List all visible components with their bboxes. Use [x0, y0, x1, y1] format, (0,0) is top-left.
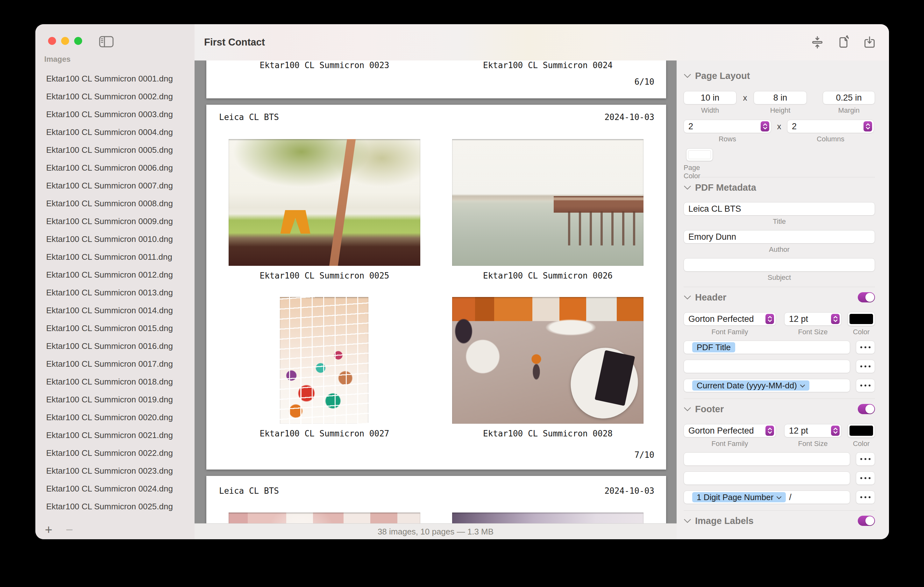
dimension-separator: x — [736, 93, 754, 103]
list-item[interactable]: Ektar100 CL Summicron 0023.dng — [35, 462, 195, 480]
section-title-pdf-metadata: PDF Metadata — [695, 182, 756, 193]
page-margin-field[interactable]: 0.25 in — [823, 91, 875, 104]
header-left-options-button[interactable] — [856, 341, 875, 354]
pdf-subject-field[interactable] — [684, 258, 875, 272]
footer-toggle[interactable] — [858, 404, 875, 414]
chevron-down-icon[interactable] — [684, 404, 691, 412]
header-right-options-button[interactable] — [856, 379, 875, 392]
sidebar-toggle-icon[interactable] — [99, 36, 114, 48]
zoom-window-button[interactable] — [74, 37, 82, 45]
image-labels-toggle[interactable] — [858, 516, 875, 526]
list-item[interactable]: Ektar100 CL Summicron 0006.dng — [35, 159, 195, 176]
stepper-icon[interactable] — [831, 425, 840, 436]
list-item[interactable]: Ektar100 CL Summicron 0001.dng — [35, 70, 195, 87]
stepper-icon[interactable] — [766, 425, 774, 436]
chevron-down-icon[interactable] — [684, 516, 691, 523]
remove-image-button[interactable]: − — [66, 523, 73, 536]
list-item[interactable]: Ektar100 CL Summicron 0020.dng — [35, 409, 195, 426]
list-item[interactable]: Ektar100 CL Summicron 0014.dng — [35, 302, 195, 319]
chevron-down-icon[interactable] — [684, 293, 691, 300]
header-toggle[interactable] — [858, 292, 875, 302]
list-item[interactable]: Ektar100 CL Summicron 0019.dng — [35, 391, 195, 409]
footer-color-well[interactable] — [848, 424, 875, 438]
chevron-down-icon[interactable] — [684, 71, 691, 78]
minimize-window-button[interactable] — [61, 37, 69, 45]
list-item[interactable]: Ektar100 CL Summicron 0010.dng — [35, 230, 195, 248]
list-item[interactable]: Ektar100 CL Summicron 0022.dng — [35, 444, 195, 462]
section-title-page-layout: Page Layout — [695, 71, 750, 81]
page-color-well[interactable] — [686, 148, 713, 161]
stepper-icon[interactable] — [863, 121, 872, 132]
list-item[interactable]: Ektar100 CL Summicron 0024.dng — [35, 480, 195, 498]
stepper-icon[interactable] — [831, 314, 840, 324]
rows-stepper[interactable]: 2 — [684, 120, 771, 133]
list-item[interactable]: Ektar100 CL Summicron 0018.dng — [35, 373, 195, 391]
list-item[interactable]: Ektar100 CL Summicron 0011.dng — [35, 248, 195, 266]
list-item[interactable]: Ektar100 CL Summicron 0009.dng — [35, 212, 195, 230]
list-item[interactable]: Ektar100 CL Summicron 0025.dng — [35, 498, 195, 515]
columns-stepper[interactable]: 2 — [787, 120, 874, 133]
header-color-label: Color — [848, 328, 875, 336]
list-item[interactable]: Ektar100 CL Summicron 0007.dng — [35, 176, 195, 195]
footer-font-family-select[interactable]: Gorton Perfected — [684, 424, 776, 437]
list-item[interactable]: Ektar100 CL Summicron 0016.dng — [35, 337, 195, 355]
list-item[interactable]: Ektar100 CL Summicron 0008.dng — [35, 195, 195, 212]
export-pdf-button[interactable] — [861, 35, 878, 50]
list-item[interactable]: Ektar100 CL Summicron 0012.dng — [35, 266, 195, 284]
footer-color-label: Color — [848, 440, 875, 447]
image-caption: Ektar100 CL Summicron 0026 — [452, 271, 644, 280]
list-item[interactable]: Ektar100 CL Summicron 0013.dng — [35, 284, 195, 302]
chevron-down-icon[interactable] — [684, 183, 691, 190]
pdf-title-field[interactable]: Leica CL BTS — [684, 202, 875, 216]
page-height-field[interactable]: 8 in — [754, 91, 807, 104]
stepper-icon[interactable] — [766, 314, 774, 324]
header-right-field[interactable]: Current Date (yyyy-MM-dd) — [684, 379, 850, 392]
chevron-down-icon — [777, 494, 782, 499]
section-title-footer: Footer — [695, 404, 724, 414]
footer-right-options-button[interactable] — [856, 491, 875, 504]
footer-center-field[interactable] — [684, 472, 850, 485]
image-caption: Ektar100 CL Summicron 0025 — [229, 271, 420, 280]
margin-label: Margin — [823, 106, 875, 114]
header-font-family-value: Gorton Perfected — [688, 314, 754, 324]
pdf-author-field[interactable]: Emory Dunn — [684, 230, 875, 244]
footer-font-size-select[interactable]: 12 pt — [784, 424, 842, 437]
image-list: Ektar100 CL Summicron 0001.dngEktar100 C… — [35, 70, 195, 515]
header-left-field[interactable]: PDF Title — [684, 341, 850, 354]
footer-left-options-button[interactable] — [856, 452, 875, 466]
list-item[interactable]: Ektar100 CL Summicron 0004.dng — [35, 123, 195, 141]
page-number: 6/10 — [634, 77, 654, 87]
footer-left-field[interactable] — [684, 452, 850, 466]
current-date-token[interactable]: Current Date (yyyy-MM-dd) — [692, 381, 809, 391]
close-window-button[interactable] — [48, 37, 56, 45]
stepper-icon[interactable] — [761, 121, 769, 132]
section-title-header: Header — [695, 292, 726, 303]
pdf-title-token[interactable]: PDF Title — [692, 342, 735, 352]
header-font-family-select[interactable]: Gorton Perfected — [684, 312, 776, 326]
list-item[interactable]: Ektar100 CL Summicron 0015.dng — [35, 319, 195, 337]
pdf-preview-scroll-area[interactable]: Ektar100 CL Summicron 0023 Ektar100 CL S… — [195, 61, 676, 523]
footer-center-options-button[interactable] — [856, 472, 875, 485]
regenerate-pages-button[interactable] — [835, 35, 851, 50]
list-item[interactable]: Ektar100 CL Summicron 0003.dng — [35, 106, 195, 123]
page-number: 7/10 — [634, 450, 654, 460]
header-center-options-button[interactable] — [856, 360, 875, 373]
fit-pages-button[interactable] — [809, 35, 825, 50]
add-images-button[interactable]: + — [45, 523, 52, 536]
header-center-field[interactable] — [684, 360, 850, 373]
height-label: Height — [754, 106, 807, 114]
pdf-page-8: Leica CL BTS 2024-10-03 — [206, 476, 666, 523]
list-item[interactable]: Ektar100 CL Summicron 0005.dng — [35, 141, 195, 159]
photo-thumbnail — [452, 139, 644, 266]
app-window: Images Ektar100 CL Summicron 0001.dngEkt… — [35, 24, 889, 539]
list-item[interactable]: Ektar100 CL Summicron 0017.dng — [35, 355, 195, 373]
header-font-size-select[interactable]: 12 pt — [784, 312, 842, 326]
page-number-token[interactable]: 1 Digit Page Number — [692, 492, 786, 502]
footer-font-family-label: Font Family — [684, 440, 776, 447]
width-label: Width — [684, 106, 736, 114]
header-color-well[interactable] — [848, 312, 875, 326]
list-item[interactable]: Ektar100 CL Summicron 0021.dng — [35, 426, 195, 444]
list-item[interactable]: Ektar100 CL Summicron 0002.dng — [35, 87, 195, 106]
footer-right-field[interactable]: 1 Digit Page Number / — [684, 491, 850, 504]
page-width-field[interactable]: 10 in — [684, 91, 736, 104]
